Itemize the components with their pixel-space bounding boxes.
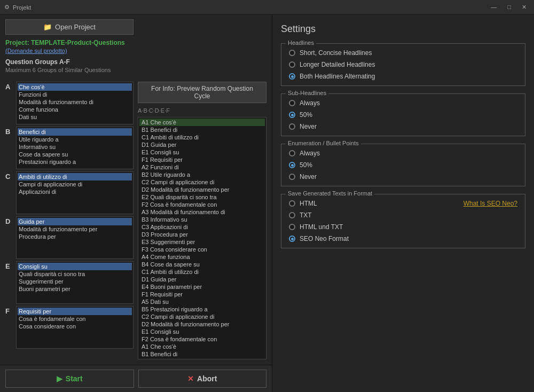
format-row: HTML TXT HTML und TXT SEO Neo Format — [289, 200, 517, 242]
sub-label-1: Always — [300, 99, 320, 107]
bullet-option-2[interactable]: 50% — [289, 161, 517, 169]
list-item: A5 Dati su — [139, 298, 265, 305]
format-option-txt[interactable]: TXT — [289, 211, 349, 219]
group-list-c[interactable]: Ambiti di utilizzo di Campi di applicazi… — [16, 171, 134, 214]
save-format-group: Save Generated Texts in Format HTML TXT … — [281, 194, 525, 248]
sub-label-2: 50% — [300, 111, 312, 119]
group-list-b[interactable]: Benefici di Utile riguardo a Informativo… — [16, 127, 134, 169]
sub-radio-3 — [289, 123, 295, 130]
list-item: C3 Applicazioni di — [139, 358, 265, 359]
start-button[interactable]: ▶ Start — [5, 370, 134, 388]
list-item: B4 Cose da sapere su — [139, 261, 265, 268]
radio-circle-1 — [289, 50, 295, 56]
group-block-d: D Guida per Modalità di funzionamento pe… — [5, 216, 134, 259]
list-item: E1 Consigli su — [139, 328, 265, 335]
list-item: Cosa considerare con — [18, 323, 132, 330]
list-item: Guida per — [18, 218, 132, 225]
headline-label-2: Longer Detailed Headlines — [300, 61, 375, 68]
maximize-button[interactable]: □ — [504, 3, 514, 12]
left-panel: 📁 Open Project Project: TEMPLATE-Product… — [0, 15, 272, 392]
list-item: Requisiti per — [18, 308, 132, 315]
app-title: Projekt — [13, 4, 31, 11]
format-option-seo-neo[interactable]: SEO Neo Format — [289, 235, 349, 242]
list-item: E2 Quali disparità ci sono tra — [139, 193, 265, 201]
list-item: Funzioni di — [18, 91, 132, 98]
project-sub[interactable]: (Domande sul prodotto) — [5, 48, 266, 54]
list-item: C2 Campi di applicazione di — [139, 178, 265, 186]
title-bar-left: ⚙ Projekt — [4, 4, 31, 11]
group-list-f[interactable]: Requisiti per Cosa è fondamentale con Co… — [16, 306, 134, 349]
top-section: 📁 Open Project Project: TEMPLATE-Product… — [0, 15, 272, 82]
radio-circle-2 — [289, 61, 295, 68]
list-item: Come funziona — [18, 106, 132, 113]
bullet-radio-1 — [289, 150, 295, 156]
group-list-e[interactable]: Consigli su Quali disparità ci sono tra … — [16, 261, 134, 304]
format-option-html[interactable]: HTML — [289, 200, 349, 207]
group-block-e: E Consigli su Quali disparità ci sono tr… — [5, 261, 134, 304]
sub-radio-1 — [289, 100, 295, 106]
title-bar: ⚙ Projekt — □ ✕ — [0, 0, 534, 15]
abort-button[interactable]: ✕ Abort — [138, 370, 267, 388]
format-options: HTML TXT HTML und TXT SEO Neo Format — [289, 200, 349, 242]
subheadline-option-1[interactable]: Always — [289, 99, 517, 107]
bullet-option-3[interactable]: Never — [289, 173, 517, 181]
format-label-txt: TXT — [300, 211, 312, 219]
preview-random-button[interactable]: For Info: Preview Random Question Cycle — [138, 82, 266, 103]
list-item: B1 Benefici di — [139, 350, 265, 358]
list-item: Cosa è fondamentale con — [18, 315, 132, 323]
format-option-html-txt[interactable]: HTML und TXT — [289, 223, 349, 231]
list-item: D2 Modalità di funzionamento per — [139, 320, 265, 328]
right-panel: Settings Headlines Short, Concise Headli… — [272, 15, 534, 392]
subheadline-option-2[interactable]: 50% — [289, 111, 517, 119]
group-list-d[interactable]: Guida per Modalità di funzionamento per … — [16, 216, 134, 259]
format-label-seo-neo: SEO Neo Format — [300, 235, 349, 242]
abcdef-label: A·B·C·D·E·F — [138, 107, 266, 114]
start-label: Start — [66, 374, 83, 383]
open-project-button[interactable]: 📁 Open Project — [5, 19, 134, 35]
bullet-option-1[interactable]: Always — [289, 150, 517, 157]
list-item: B2 Utile riguardo a — [139, 171, 265, 178]
groups-area: A Che cos'è Funzioni di Modalità di funz… — [0, 82, 272, 365]
group-block-f: F Requisiti per Cosa è fondamentale con … — [5, 306, 134, 349]
list-item: Che cos'è — [18, 83, 132, 91]
headline-option-3[interactable]: Both Headlines Alternating — [289, 73, 517, 80]
headline-option-1[interactable]: Short, Concise Headlines — [289, 49, 517, 57]
format-radio-html-txt — [289, 224, 295, 230]
seo-neo-link[interactable]: What Is SEO Neo? — [464, 200, 517, 207]
subheadline-option-3[interactable]: Never — [289, 123, 517, 130]
list-item: Prestazioni riguardo a — [18, 158, 132, 166]
main-content: 📁 Open Project Project: TEMPLATE-Product… — [0, 15, 534, 392]
group-list-a[interactable]: Che cos'è Funzioni di Modalità di funzio… — [16, 82, 134, 124]
list-item: D3 Procedura per — [139, 231, 265, 238]
sub-headlines-group: Sub-Headlines Always 50% Never — [281, 93, 525, 136]
right-groups: For Info: Preview Random Question Cycle … — [138, 82, 266, 359]
group-block-a: A Che cos'è Funzioni di Modalità di funz… — [5, 82, 134, 124]
list-item: F1 Requisiti per — [139, 291, 265, 298]
headlines-group: Headlines Short, Concise Headlines Longe… — [281, 43, 525, 86]
left-groups: A Che cos'è Funzioni di Modalità di funz… — [5, 82, 134, 359]
list-item: A2 Funzioni di — [139, 163, 265, 171]
format-label-html: HTML — [300, 200, 317, 207]
list-item: E1 Consigli su — [139, 148, 265, 156]
list-item: Utile riguardo a — [18, 136, 132, 143]
headline-option-2[interactable]: Longer Detailed Headlines — [289, 61, 517, 68]
list-item: D1 Guida per — [139, 141, 265, 148]
list-item: Quali disparità ci sono tra — [18, 270, 132, 278]
list-item: Dati su — [18, 113, 132, 121]
minimize-button[interactable]: — — [488, 3, 500, 12]
format-radio-txt — [289, 212, 295, 218]
list-item: Procedura per — [18, 233, 132, 240]
list-item: E3 Suggerimenti per — [139, 238, 265, 246]
folder-icon: 📁 — [43, 23, 52, 31]
abort-label: Abort — [197, 374, 217, 383]
format-label-html-txt: HTML und TXT — [300, 223, 343, 231]
format-radio-seo-neo — [289, 236, 295, 242]
sub-label-3: Never — [300, 123, 317, 130]
big-list[interactable]: A1 Che cos'è B1 Benefici di C1 Ambiti di… — [138, 117, 266, 359]
group-letter-d: D — [5, 216, 14, 259]
close-button[interactable]: ✕ — [519, 3, 530, 12]
list-item: F2 Cosa è fondamentale con — [139, 335, 265, 343]
headlines-group-label: Headlines — [286, 40, 316, 46]
list-item: F1 Requisiti per — [139, 156, 265, 163]
x-icon: ✕ — [187, 374, 194, 383]
